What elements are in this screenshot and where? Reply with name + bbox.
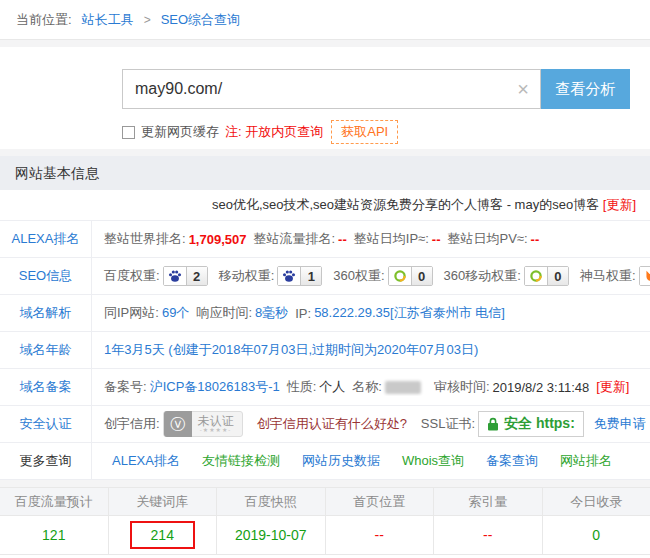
daily-ip-value: -- xyxy=(432,232,441,247)
chuangyu-unverified-badge[interactable]: ⓥ 未认证 -★★★★- xyxy=(163,411,243,437)
alexa-rank-label: ALEXA排名 xyxy=(0,221,92,257)
get-api-link[interactable]: 获取API xyxy=(331,120,398,144)
response-time-value: 8毫秒 xyxy=(255,304,288,322)
site-rank-link[interactable]: 网站排名 xyxy=(560,452,612,470)
keyword-library-header: 关键词库 xyxy=(109,487,218,515)
icp-nature-label: 性质: xyxy=(287,378,317,396)
daily-pv-value: -- xyxy=(531,232,540,247)
baidu-weight-label: 百度权重: xyxy=(104,267,160,285)
360-logo-icon xyxy=(389,267,411,285)
baidu-traffic-value[interactable]: 121 xyxy=(42,527,65,543)
icp-nature-value: 个人 xyxy=(319,378,345,396)
chuangyu-badge-text: 未认证 xyxy=(198,415,234,427)
alexa-rank-link[interactable]: ALEXA排名 xyxy=(112,452,180,470)
same-ip-sites-value[interactable]: 69个 xyxy=(162,304,189,322)
whois-query-link[interactable]: Whois查询 xyxy=(402,452,464,470)
breadcrumb-prefix: 当前位置: xyxy=(16,11,72,29)
so360-mobile-weight-value: 0 xyxy=(547,267,568,285)
site-title-update-link[interactable]: [更新] xyxy=(603,196,636,214)
shenma-logo-icon xyxy=(640,267,650,285)
mobile-weight-value: 1 xyxy=(300,267,321,285)
360-logo-icon xyxy=(525,267,547,285)
keyword-library-value[interactable]: 214 xyxy=(151,527,174,543)
domain-age-row: 域名年龄 1年3月5天 (创建于2018年07月03日,过期时间为2020年07… xyxy=(0,332,650,369)
so360-weight-badge[interactable]: 0 xyxy=(388,266,433,286)
analyze-button[interactable]: 查看分析 xyxy=(541,69,630,109)
divider-strip xyxy=(0,149,650,156)
so360-mobile-weight-badge[interactable]: 0 xyxy=(524,266,569,286)
baidu-snapshot-value[interactable]: 2019-10-07 xyxy=(235,527,307,543)
stats-value-row: 121 214 2019-10-07 -- -- 0 xyxy=(0,516,650,555)
icp-number-value[interactable]: 沪ICP备18026183号-1 xyxy=(150,378,280,396)
seo-info-label: SEO信息 xyxy=(0,258,92,294)
search-section: × 查看分析 更新网页缓存 注: 开放内页查询 获取API xyxy=(0,47,650,149)
ip-label: IP: xyxy=(295,306,311,321)
shenma-weight-badge[interactable]: 0 xyxy=(639,266,650,286)
daily-ip-label: 整站日均IP≈: xyxy=(354,230,429,248)
baidu-snapshot-header: 百度快照 xyxy=(217,487,326,515)
world-rank-value: 1,709,507 xyxy=(189,232,247,247)
index-volume-header: 索引量 xyxy=(434,487,543,515)
icp-audit-time-label: 审核时间: xyxy=(434,378,490,396)
section-title: 网站基本信息 xyxy=(0,156,650,190)
traffic-rank-value: -- xyxy=(338,232,347,247)
ssl-cert-label: SSL证书: xyxy=(421,415,475,433)
world-rank-label: 整站世界排名: xyxy=(104,230,186,248)
traffic-rank-label: 整站流量排名: xyxy=(253,230,335,248)
icp-query-link[interactable]: 备案查询 xyxy=(486,452,538,470)
icp-update-link[interactable]: [更新] xyxy=(596,378,629,396)
breadcrumb-link-seo-query[interactable]: SEO综合查询 xyxy=(161,11,240,29)
homepage-position-value: -- xyxy=(375,527,384,543)
url-input[interactable] xyxy=(123,80,506,98)
domain-age-label: 域名年龄 xyxy=(0,332,92,368)
seo-info-row: SEO信息 百度权重: 2 移动权重: 1 360权重: 0 360移动权重: … xyxy=(0,258,650,295)
alexa-rank-row: ALEXA排名 整站世界排名:1,709,507 整站流量排名:-- 整站日均I… xyxy=(0,221,650,258)
refresh-cache-checkbox[interactable] xyxy=(122,126,135,139)
mobile-weight-label: 移动权重: xyxy=(219,267,275,285)
chuangyu-benefit-link[interactable]: 创宇信用认证有什么好处? xyxy=(257,415,407,433)
daily-pv-label: 整站日均PV≈: xyxy=(447,230,527,248)
lock-icon xyxy=(487,417,499,431)
security-row: 安全认证 创宇信用: ⓥ 未认证 -★★★★- 创宇信用认证有什么好处? SSL… xyxy=(0,406,650,443)
mobile-weight-badge[interactable]: 1 xyxy=(277,266,322,286)
same-ip-sites-label: 同IP网站: xyxy=(104,304,159,322)
dns-label: 域名解析 xyxy=(0,295,92,331)
divider-strip xyxy=(0,40,650,47)
chuangyu-credit-label: 创宇信用: xyxy=(104,415,160,433)
friend-links-check-link[interactable]: 友情链接检测 xyxy=(202,452,280,470)
refresh-cache-label: 更新网页缓存 xyxy=(141,123,219,141)
chuangyu-badge-stars: -★★★★- xyxy=(200,427,232,434)
more-queries-row: 更多查询 ALEXA排名 友情链接检测 网站历史数据 Whois查询 备案查询 … xyxy=(0,443,650,480)
dns-row: 域名解析 同IP网站:69个 响应时间:8毫秒 IP:58.222.29.35[… xyxy=(0,295,650,332)
so360-mobile-weight-label: 360移动权重: xyxy=(444,267,521,285)
icp-name-redacted xyxy=(385,381,421,394)
stats-header-row: 百度流量预计 关键词库 百度快照 首页位置 索引量 今日收录 xyxy=(0,487,650,516)
baidu-weight-badge[interactable]: 2 xyxy=(163,266,208,286)
divider-strip xyxy=(0,480,650,487)
shenma-weight-label: 神马权重: xyxy=(580,267,636,285)
site-history-link[interactable]: 网站历史数据 xyxy=(302,452,380,470)
today-included-value[interactable]: 0 xyxy=(592,527,600,543)
ip-value[interactable]: 58.222.29.35[江苏省泰州市 电信] xyxy=(314,304,505,322)
ssl-https-text: 安全 https: xyxy=(504,415,575,433)
free-apply-link[interactable]: 免费申请 xyxy=(594,415,646,433)
site-title-row: seo优化,seo技术,seo建站资源免费分享的个人博客 - may的seo博客… xyxy=(0,190,650,221)
breadcrumb: 当前位置: 站长工具 > SEO综合查询 xyxy=(0,0,650,40)
domain-age-value: 1年3月5天 (创建于2018年07月03日,过期时间为2020年07月03日) xyxy=(104,341,478,359)
ssl-https-badge[interactable]: 安全 https: xyxy=(478,411,584,437)
response-time-label: 响应时间: xyxy=(196,304,252,322)
homepage-position-header: 首页位置 xyxy=(326,487,435,515)
index-volume-value: -- xyxy=(483,527,492,543)
icp-record-row: 域名备案 备案号:沪ICP备18026183号-1 性质:个人 名称: 审核时间… xyxy=(0,369,650,406)
baidu-paw-icon xyxy=(164,267,186,285)
clear-input-icon[interactable]: × xyxy=(506,78,540,101)
baidu-traffic-header: 百度流量预计 xyxy=(0,487,109,515)
chuangyu-v-icon: ⓥ xyxy=(164,411,192,437)
icp-name-label: 名称: xyxy=(352,378,382,396)
so360-weight-value: 0 xyxy=(411,267,432,285)
icp-record-label: 域名备案 xyxy=(0,369,92,405)
breadcrumb-link-webmaster-tools[interactable]: 站长工具 xyxy=(82,11,134,29)
inner-page-note: 注: 开放内页查询 xyxy=(225,123,323,141)
search-box: × xyxy=(122,69,541,109)
baidu-weight-value: 2 xyxy=(186,267,207,285)
